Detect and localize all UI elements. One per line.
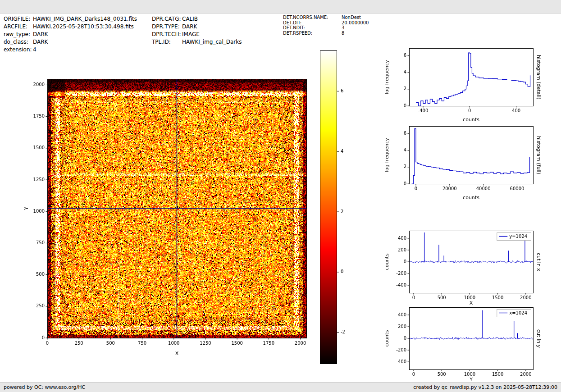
meta-row: raw_type:DARK — [4, 31, 137, 38]
meta-value: 4 — [33, 46, 36, 54]
meta-label: DPR.TYPE: — [152, 23, 182, 31]
footer-left-text: powered by QC: www.eso.org/HC — [4, 384, 85, 390]
footer-bar: powered by QC: www.eso.org/HC created by… — [0, 382, 561, 392]
meta-row: TPL.ID:HAWKI_img_cal_Darks — [152, 38, 242, 46]
meta-value: HAWKI.2025-05-28T10:53:30.498.fits — [33, 23, 134, 31]
raw-image-plot — [20, 72, 315, 363]
meta-label: ARCFILE: — [4, 23, 33, 31]
meta-label: DPR.TECH: — [152, 31, 182, 38]
meta-row: ARCFILE:HAWKI.2025-05-28T10:53:30.498.fi… — [4, 23, 137, 31]
histogram-full-plot — [381, 123, 548, 203]
header-bar — [0, 0, 561, 14]
meta-label: do_class: — [4, 38, 33, 46]
file-info-block: ORIGFILE:HAWKI_IMG_DARK_Darks148_0031.fi… — [4, 15, 137, 54]
meta-label: TPL.ID: — [152, 38, 182, 46]
colorbar — [318, 50, 361, 366]
meta-row: DET.DIT:20.0000000 — [283, 20, 369, 26]
cut-in-y-plot — [381, 304, 548, 383]
setup-info-block: DET.NCORRS.NAME:NonDest DET.DIT:20.00000… — [283, 15, 369, 36]
meta-row: ORIGFILE:HAWKI_IMG_DARK_Darks148_0031.fi… — [4, 15, 137, 23]
meta-row: DPR.CATG:CALIB — [152, 15, 242, 23]
meta-label: DET.RSPEED: — [283, 31, 342, 36]
footer-right-text: created by qc_rawdisp.py v1.2.3 on 2025-… — [413, 384, 557, 390]
meta-row: extension:4 — [4, 46, 137, 54]
histogram-full-side-label: histogram (full) — [534, 123, 542, 187]
meta-label: DET.DIT: — [283, 20, 342, 26]
meta-value: NonDest — [342, 15, 361, 20]
meta-value: CALIB — [182, 15, 198, 23]
meta-row: do_class:DARK — [4, 38, 137, 46]
meta-value: DARK — [33, 31, 48, 38]
meta-row: DPR.TECH:IMAGE — [152, 31, 242, 38]
meta-value: 3 — [342, 25, 344, 31]
cut-in-x-plot — [381, 227, 548, 306]
meta-value: HAWKI_img_cal_Darks — [182, 38, 242, 46]
histogram-detail-plot — [381, 45, 548, 125]
meta-row: DPR.TYPE:DARK — [152, 23, 242, 31]
meta-label: DET.NDIT: — [283, 25, 342, 31]
type-info-block: DPR.CATG:CALIB DPR.TYPE:DARK DPR.TECH:IM… — [152, 15, 242, 46]
meta-value: 8 — [342, 31, 344, 36]
meta-row: DET.RSPEED:8 — [283, 31, 369, 36]
meta-row: DET.NCORRS.NAME:NonDest — [283, 15, 369, 20]
meta-label: ORIGFILE: — [4, 15, 33, 23]
meta-value: 20.0000000 — [342, 20, 369, 26]
meta-row: DET.NDIT:3 — [283, 25, 369, 31]
meta-value: IMAGE — [182, 31, 200, 38]
meta-label: DET.NCORRS.NAME: — [283, 15, 342, 20]
meta-value: DARK — [182, 23, 197, 31]
meta-label: DPR.CATG: — [152, 15, 182, 23]
meta-label: raw_type: — [4, 31, 33, 38]
meta-value: HAWKI_IMG_DARK_Darks148_0031.fits — [33, 15, 137, 23]
cut-in-y-side-label: cut in y — [534, 307, 542, 370]
cut-in-x-side-label: cut in x — [534, 230, 542, 293]
meta-value: DARK — [33, 38, 48, 46]
histogram-detail-side-label: histogram (detail) — [534, 46, 542, 109]
meta-label: extension: — [4, 46, 33, 54]
